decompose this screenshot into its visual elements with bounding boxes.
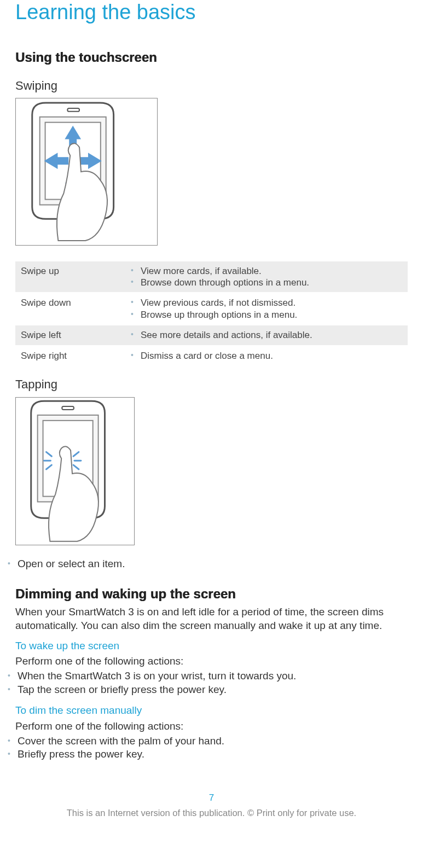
swipe-table: Swipe up View more cards, if available. … (15, 260, 408, 366)
swipe-desc: See more details and actions, if availab… (122, 325, 408, 346)
table-row: Swipe down View previous cards, if not d… (15, 293, 408, 325)
task-lead: Perform one of the following actions: (15, 655, 408, 668)
task-lead: Perform one of the following actions: (15, 720, 408, 733)
swipe-desc: Dismiss a card or close a menu. (122, 346, 408, 366)
sub-title-swiping: Swiping (15, 78, 408, 94)
swipe-label: Swipe right (15, 346, 122, 366)
tapping-list: Open or select an item. (15, 557, 408, 571)
list-item: Dismiss a card or close a menu. (128, 350, 402, 362)
list-item: When the SmartWatch 3 is on your wrist, … (8, 669, 408, 683)
list-item: Cover the screen with the palm of your h… (8, 735, 408, 748)
table-row: Swipe left See more details and actions,… (15, 325, 408, 346)
swipe-desc: View previous cards, if not dismissed. B… (122, 293, 408, 325)
illustration-tapping (15, 397, 135, 545)
list-item: Browse up through options in a menu. (128, 309, 402, 321)
body-paragraph: When your SmartWatch 3 is on and left id… (15, 605, 408, 632)
illustration-swiping (15, 98, 158, 246)
sub-title-tapping: Tapping (15, 377, 408, 393)
task-title-wake: To wake up the screen (15, 639, 408, 653)
table-row: Swipe right Dismiss a card or close a me… (15, 346, 408, 366)
list-item: Open or select an item. (8, 557, 408, 571)
section-title-dimming: Dimming and waking up the screen (15, 585, 408, 602)
list-item: Browse down through options in a menu. (128, 277, 402, 288)
swipe-label: Swipe left (15, 325, 122, 346)
swipe-label: Swipe up (15, 261, 122, 293)
swipe-label: Swipe down (15, 293, 122, 325)
list-item: Briefly press the power key. (8, 748, 408, 761)
chapter-title: Learning the basics (15, 0, 408, 26)
page-number: 7 (15, 792, 408, 804)
swipe-desc: View more cards, if available. Browse do… (122, 261, 408, 293)
section-title-touchscreen: Using the touchscreen (15, 49, 408, 66)
list-item: Tap the screen or briefly press the powe… (8, 683, 408, 697)
list-item: View more cards, if available. (128, 265, 402, 277)
list-item: See more details and actions, if availab… (128, 329, 402, 341)
task-title-dim: To dim the screen manually (15, 704, 408, 718)
table-row: Swipe up View more cards, if available. … (15, 261, 408, 293)
dim-list: Cover the screen with the palm of your h… (15, 735, 408, 761)
list-item: View previous cards, if not dismissed. (128, 297, 402, 308)
footer-text: This is an Internet version of this publ… (15, 807, 408, 819)
wake-list: When the SmartWatch 3 is on your wrist, … (15, 669, 408, 696)
